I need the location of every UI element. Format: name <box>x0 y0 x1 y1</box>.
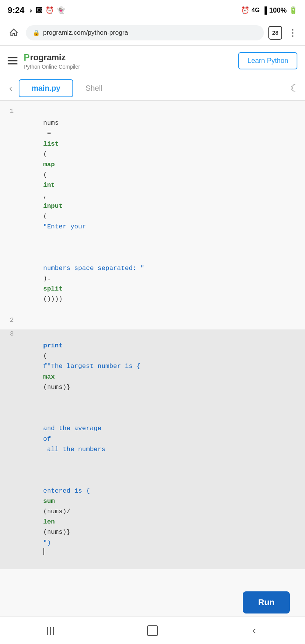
str-fstring-start: f"The largest number is { <box>43 363 140 370</box>
tab-count-text: 28 <box>272 29 279 36</box>
tab-count[interactable]: 28 <box>268 26 282 40</box>
menu-button[interactable]: ⋮ <box>287 26 299 40</box>
sum-call: (nums)/ <box>43 508 70 515</box>
kw-max: max <box>43 373 55 381</box>
cursor <box>43 548 44 555</box>
line-number-3: 3 <box>0 329 20 337</box>
line-content-1[interactable]: nums = list ( map ( int , input ( "Enter… <box>20 107 305 316</box>
run-button-container: Run <box>243 591 290 613</box>
learn-python-button[interactable]: Learn Python <box>238 52 297 69</box>
back-button[interactable]: ‹ <box>6 79 16 97</box>
nav-recent-apps[interactable]: ||| <box>39 619 62 642</box>
nav-home[interactable] <box>141 619 164 642</box>
str-and-the: and the average <box>43 425 105 432</box>
programiz-header: P rogramiz Python Online Compiler Learn … <box>0 46 305 76</box>
hamburger-menu[interactable] <box>8 57 18 64</box>
kw-sum: sum <box>43 498 55 505</box>
recent-apps-icon: ||| <box>47 626 55 636</box>
tiktok-icon: ♪ <box>29 6 32 14</box>
bottom-nav: ||| ‹ <box>0 617 305 644</box>
split-parens: ()))) <box>43 296 63 303</box>
kw-map: map <box>43 161 55 168</box>
len-call: (nums)} <box>43 528 70 536</box>
url-text: programiz.com/python-progra <box>43 29 128 37</box>
hamburger-line-2 <box>8 60 18 61</box>
max-call: (nums)} <box>43 384 70 391</box>
back-icon: ‹ <box>252 625 256 636</box>
kw-list: list <box>43 140 59 148</box>
programiz-left: P rogramiz Python Online Compiler <box>8 52 80 70</box>
tab-bar: ‹ main.py Shell ☾ <box>0 76 305 101</box>
status-right: ⏰ 4G ▐ 100% 🔋 <box>241 6 297 14</box>
code-line-3: 3 print ( f"The largest number is { max … <box>0 329 305 569</box>
snapchat-icon: 👻 <box>57 6 65 14</box>
home-button[interactable] <box>6 25 21 40</box>
paren-open3: ( <box>43 213 47 220</box>
logo-p: P <box>24 52 30 63</box>
str-numbers: numbers space separated: " <box>43 265 144 272</box>
signal-icon: ▐ <box>262 6 267 14</box>
var-nums: nums <box>43 119 59 127</box>
str-entered: entered is { <box>43 487 90 495</box>
battery-icon: 🔋 <box>289 6 297 14</box>
paren-print: ( <box>43 352 47 360</box>
logo-subtitle: Python Online Compiler <box>24 64 80 70</box>
browser-bar: 🔒 programiz.com/python-progra 28 ⋮ <box>0 20 305 46</box>
method-split: ). <box>43 275 51 282</box>
str-end: ") <box>43 539 51 546</box>
line-number-2: 2 <box>0 316 20 324</box>
gallery-icon: 🖼 <box>35 6 42 14</box>
url-bar[interactable]: 🔒 programiz.com/python-progra <box>26 25 264 40</box>
nav-back[interactable]: ‹ <box>243 619 266 642</box>
timer-icon: ⏰ <box>45 6 54 14</box>
paren-open2: ( <box>43 171 47 178</box>
tab-shell[interactable]: Shell <box>73 80 114 96</box>
str-of: of <box>43 435 51 443</box>
logo-area: P rogramiz Python Online Compiler <box>24 52 80 70</box>
paren-open: ( <box>43 151 47 158</box>
code-line-2: 2 <box>0 316 305 329</box>
network-icon: 4G <box>252 7 260 14</box>
home-icon <box>147 625 158 636</box>
line-number-1: 1 <box>0 107 20 115</box>
hamburger-line-1 <box>8 57 18 58</box>
kw-split: split <box>43 285 63 292</box>
code-line-1: 1 nums = list ( map ( int , input ( "Ent… <box>0 107 305 316</box>
kw-print: print <box>43 342 63 349</box>
status-icons: ♪ 🖼 ⏰ 👻 <box>29 6 65 14</box>
logo-name: rogramiz <box>30 53 66 63</box>
alarm-icon: ⏰ <box>241 6 249 14</box>
comma: , <box>43 192 51 199</box>
status-time: 9:24 ♪ 🖼 ⏰ 👻 <box>8 5 65 15</box>
tab-main[interactable]: main.py <box>19 79 74 97</box>
kw-len: len <box>43 518 55 525</box>
logo-text: P rogramiz <box>24 52 80 63</box>
op-assign: = <box>43 130 55 137</box>
battery-text: 100% <box>269 6 287 14</box>
kw-input: input <box>43 202 63 210</box>
lock-icon: 🔒 <box>33 29 40 36</box>
status-bar: 9:24 ♪ 🖼 ⏰ 👻 ⏰ 4G ▐ 100% 🔋 <box>0 0 305 20</box>
kw-int: int <box>43 181 55 189</box>
time-display: 9:24 <box>8 5 24 15</box>
str-all: all the numbers <box>43 446 105 453</box>
str-enter: "Enter your <box>43 223 86 230</box>
code-editor[interactable]: 1 nums = list ( map ( int , input ( "Ent… <box>0 101 305 644</box>
run-button[interactable]: Run <box>243 591 290 613</box>
dark-mode-button[interactable]: ☾ <box>290 82 299 94</box>
hamburger-line-3 <box>8 63 18 64</box>
line-content-3[interactable]: print ( f"The largest number is { max (n… <box>20 329 305 569</box>
line-content-2[interactable] <box>20 316 305 317</box>
